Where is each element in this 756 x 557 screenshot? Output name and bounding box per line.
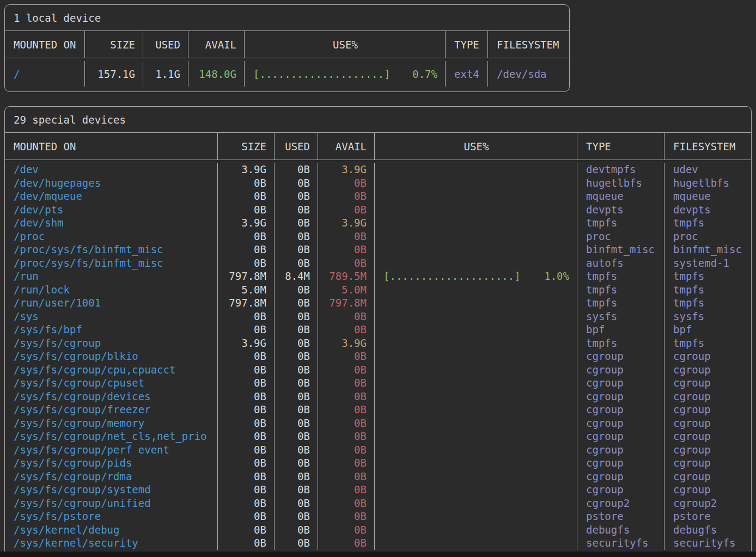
column-header-size: SIZE [218, 133, 275, 160]
used-cell: 1.1G [143, 61, 188, 87]
mount-point-cell: /sys/fs/cgroup/devices [5, 390, 218, 403]
use-percent-cell [375, 483, 577, 497]
filesystem-cell: udev [664, 163, 751, 176]
avail-cell: 0B [318, 417, 375, 430]
table-row: /sys/fs/cgroup/pids0B0B0Bcgroupcgroup [5, 456, 751, 470]
table-row: /dev/hugepages0B0B0Bhugetlbfshugetlbfs [5, 176, 751, 190]
used-cell: 0B [275, 336, 318, 350]
table-row: /sys/fs/cgroup/memory0B0B0Bcgroupcgroup [5, 417, 751, 430]
avail-cell: 0B [318, 483, 375, 497]
size-cell: 3.9G [218, 336, 275, 350]
filesystem-cell: tmpfs [664, 296, 751, 310]
use-percent-cell [375, 390, 577, 403]
use-percent-cell [375, 350, 577, 363]
avail-cell: 0B [318, 203, 375, 217]
use-percent-cell: [....................]0.7% [245, 61, 446, 87]
size-cell: 0B [218, 376, 275, 390]
type-cell: tmpfs [577, 296, 664, 310]
mount-point-cell: /sys/kernel/security [5, 536, 218, 550]
mount-point-cell: /dev/pts [5, 203, 218, 217]
avail-cell: 0B [318, 443, 375, 457]
use-percent-cell [375, 216, 577, 230]
use-percent-cell [375, 203, 577, 217]
mount-point-cell: /dev/shm [5, 216, 218, 230]
size-cell: 0B [218, 390, 275, 403]
size-cell: 0B [218, 310, 275, 323]
used-cell: 0B [275, 176, 318, 190]
use-percent-cell: [....................]1.0% [375, 270, 577, 283]
mount-point-cell: /dev [5, 163, 218, 176]
table-row: /sys/fs/cgroup/cpu,cpuacct0B0B0Bcgroupcg… [5, 363, 751, 377]
use-percent-cell [375, 230, 577, 243]
filesystem-cell: tmpfs [664, 216, 751, 230]
filesystem-cell: cgroup2 [664, 497, 751, 510]
used-cell: 0B [275, 523, 318, 537]
column-header-type: TYPE [577, 133, 664, 160]
use-percent-cell [375, 510, 577, 523]
size-cell: 797.8M [218, 270, 275, 283]
mount-point-cell: /run/user/1001 [5, 296, 218, 310]
size-cell: 157.1G [85, 61, 143, 87]
terminal-output: 1 local device MOUNTED ONSIZEUSEDAVAILUS… [0, 0, 756, 557]
use-percent-cell [375, 376, 577, 390]
local-devices-title: 1 local device [5, 5, 569, 31]
mount-point-cell: /run [5, 270, 218, 283]
filesystem-cell: mqueue [664, 189, 751, 203]
used-cell: 0B [275, 456, 318, 470]
avail-cell: 0B [318, 403, 375, 417]
special-devices-body: /dev3.9G0B3.9Gdevtmpfsudev/dev/hugepages… [5, 160, 751, 555]
used-cell: 0B [275, 189, 318, 203]
size-cell: 0B [218, 510, 275, 523]
size-cell: 0B [218, 483, 275, 497]
used-cell: 0B [275, 216, 318, 230]
table-row: /run797.8M8.4M789.5M[...................… [5, 270, 751, 283]
used-cell: 0B [275, 417, 318, 430]
column-header-use-: USE% [375, 133, 577, 160]
size-cell: 5.0M [218, 283, 275, 297]
mount-point-cell: /sys/fs/cgroup/memory [5, 417, 218, 430]
avail-cell: 0B [318, 470, 375, 483]
mount-point-cell: /sys [5, 310, 218, 323]
use-percent-cell [375, 323, 577, 336]
use-percent-cell [375, 536, 577, 550]
avail-cell: 0B [318, 363, 375, 377]
size-cell: 0B [218, 497, 275, 510]
used-cell: 0B [275, 256, 318, 270]
table-row: /157.1G1.1G148.0G[....................]0… [5, 61, 569, 87]
avail-cell: 0B [318, 456, 375, 470]
use-percent-cell [375, 176, 577, 190]
table-row: /sys0B0B0Bsysfssysfs [5, 310, 751, 323]
use-percent-cell [375, 523, 577, 537]
used-cell: 0B [275, 497, 318, 510]
size-cell: 0B [218, 189, 275, 203]
type-cell: tmpfs [577, 283, 664, 297]
size-cell: 3.9G [218, 216, 275, 230]
type-cell: cgroup [577, 403, 664, 417]
table-row: /dev3.9G0B3.9Gdevtmpfsudev [5, 163, 751, 176]
filesystem-cell: cgroup [664, 443, 751, 457]
type-cell: cgroup2 [577, 497, 664, 510]
size-cell: 0B [218, 456, 275, 470]
filesystem-cell: tmpfs [664, 336, 751, 350]
column-header-used: USED [143, 31, 188, 58]
mount-point-cell: /sys/fs/cgroup/unified [5, 497, 218, 510]
local-devices-body: /157.1G1.1G148.0G[....................]0… [5, 58, 569, 91]
type-cell: mqueue [577, 189, 664, 203]
used-cell: 0B [275, 483, 318, 497]
type-cell: tmpfs [577, 216, 664, 230]
avail-cell: 5.0M [318, 283, 375, 297]
mount-point-cell: /sys/fs/cgroup/blkio [5, 350, 218, 363]
type-cell: cgroup [577, 483, 664, 497]
mount-point-cell: /proc/sys/fs/binfmt_misc [5, 243, 218, 256]
filesystem-cell: cgroup [664, 417, 751, 430]
use-percent-cell [375, 310, 577, 323]
used-cell: 0B [275, 536, 318, 550]
used-cell: 0B [275, 376, 318, 390]
local-devices-table: 1 local device MOUNTED ONSIZEUSEDAVAILUS… [4, 4, 570, 92]
use-percent-cell [375, 363, 577, 377]
used-cell: 0B [275, 390, 318, 403]
table-row: /sys/fs/cgroup/cpuset0B0B0Bcgroupcgroup [5, 376, 751, 390]
table-row: /sys/fs/cgroup/perf_event0B0B0Bcgroupcgr… [5, 443, 751, 457]
mount-point-cell: / [5, 61, 85, 87]
table-row: /sys/fs/cgroup/net_cls,net_prio0B0B0Bcgr… [5, 430, 751, 443]
